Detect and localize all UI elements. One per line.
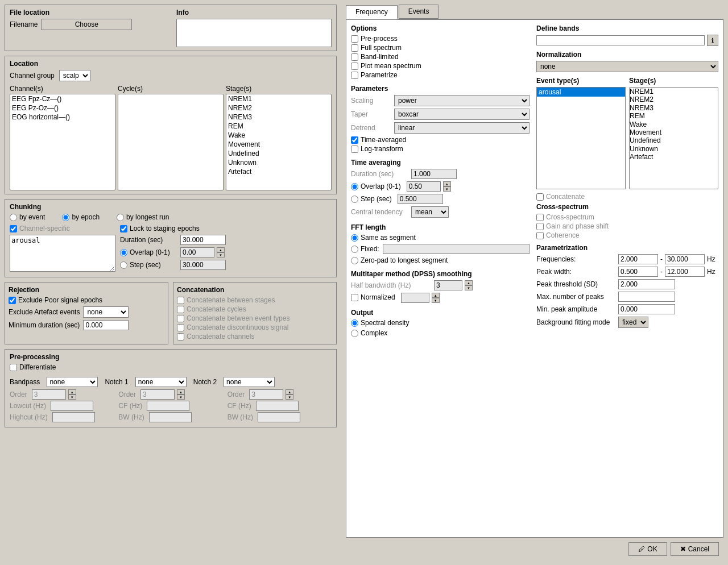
stages-right-listbox[interactable]: NREM1 NREM2 NREM3 REM Wake Movement Unde… — [629, 87, 718, 189]
info-button[interactable]: ℹ — [707, 35, 718, 46]
normalization-select[interactable]: none by mean by integral — [536, 61, 718, 72]
overlap-up-btn[interactable]: ▲ — [217, 247, 225, 252]
zero-pad-radio[interactable] — [351, 257, 358, 264]
concat-between-event-types-label[interactable]: Concatenate between event types — [177, 314, 333, 322]
normalized-down[interactable]: ▼ — [432, 298, 440, 303]
pre-process-label[interactable]: Pre-process — [351, 35, 530, 43]
fixed-input[interactable] — [383, 244, 530, 254]
highcut-input[interactable] — [52, 412, 95, 422]
spectral-density-radio-label[interactable]: Spectral density — [351, 319, 530, 327]
by-longest-run-radio-label[interactable]: by longest run — [117, 213, 169, 221]
freq-to-input[interactable] — [665, 254, 705, 264]
differentiate-label[interactable]: Differentiate — [10, 363, 56, 371]
notch1-select[interactable]: none butter — [135, 377, 187, 387]
step-radio[interactable] — [120, 261, 127, 269]
event-types-listbox[interactable]: arousal — [536, 87, 626, 189]
central-tendency-select[interactable]: mean median — [411, 206, 449, 218]
ta-step-input[interactable] — [398, 194, 443, 204]
cycles-list[interactable] — [118, 94, 224, 190]
spectral-density-radio[interactable] — [351, 319, 358, 327]
exclude-artefact-select[interactable]: none — [83, 306, 129, 318]
overlap-down-btn[interactable]: ▼ — [217, 252, 225, 257]
by-longest-run-radio[interactable] — [117, 214, 124, 221]
notch2-order-down[interactable]: ▼ — [286, 394, 293, 400]
gain-phase-check-label[interactable]: Gain and phase shift — [536, 222, 718, 230]
freq-from-input[interactable] — [618, 254, 658, 264]
by-epoch-radio[interactable] — [62, 214, 69, 221]
bands-input[interactable] — [536, 35, 705, 45]
band-limited-label[interactable]: Band-limited — [351, 53, 530, 61]
event-type-arousal[interactable]: arousal — [537, 88, 625, 97]
normalized-input[interactable] — [401, 293, 429, 303]
overlap-input[interactable] — [180, 247, 214, 257]
cancel-button[interactable]: ✖ Cancel — [671, 542, 719, 556]
bandpass-select[interactable]: none butter cheby1 — [47, 377, 98, 387]
peak-width-from-input[interactable] — [618, 267, 658, 277]
concat-between-event-types-check[interactable] — [177, 315, 184, 322]
concatenate-check[interactable] — [536, 193, 544, 201]
duration-input[interactable] — [180, 235, 226, 245]
notch1-order-up[interactable]: ▲ — [177, 389, 185, 394]
exclude-poor-check[interactable] — [9, 297, 16, 304]
same-as-segment-radio[interactable] — [351, 234, 358, 242]
ta-step-radio-label[interactable]: Step (sec) — [351, 195, 392, 203]
event-box[interactable]: arousal — [10, 235, 115, 272]
normalized-check[interactable] — [351, 294, 358, 301]
tab-frequency[interactable]: Frequency — [346, 5, 398, 19]
ta-overlap-down[interactable]: ▼ — [443, 186, 451, 192]
lowcut-input[interactable] — [51, 401, 93, 411]
concat-between-stages-label[interactable]: Concatenate between stages — [177, 296, 333, 304]
plot-mean-label[interactable]: Plot mean spectrum — [351, 62, 530, 70]
choose-button[interactable]: Choose — [41, 19, 132, 30]
normalized-label[interactable]: Normalized — [351, 293, 395, 301]
cross-spectrum-check-label[interactable]: Cross-spectrum — [536, 213, 718, 221]
coherence-check[interactable] — [536, 232, 544, 239]
step-radio-label[interactable]: Step (sec) — [120, 261, 177, 269]
channel-group-select[interactable]: scalp all — [59, 70, 90, 81]
gain-phase-check[interactable] — [536, 223, 544, 230]
detrend-select[interactable]: linear constant none — [394, 122, 530, 134]
normalized-up[interactable]: ▲ — [432, 293, 440, 298]
fixed-radio-label[interactable]: Fixed: — [351, 245, 379, 253]
complex-radio-label[interactable]: Complex — [351, 329, 530, 337]
ta-overlap-radio[interactable] — [351, 183, 358, 190]
bg-fitting-select[interactable]: fixed knee — [618, 317, 648, 328]
overlap-radio-label[interactable]: Overlap (0-1) — [120, 248, 177, 256]
differentiate-check[interactable] — [10, 364, 17, 371]
log-transform-check[interactable] — [351, 146, 358, 153]
stages-list[interactable]: NREM1 NREM2 NREM3 REM Wake Movement Unde… — [226, 94, 332, 190]
time-averaged-label[interactable]: Time-averaged — [351, 136, 530, 144]
full-spectrum-check[interactable] — [351, 44, 358, 52]
bandpass-order-input[interactable] — [32, 389, 66, 400]
notch1-order-input[interactable] — [140, 389, 175, 400]
overlap-radio[interactable] — [120, 249, 127, 256]
concat-between-stages-check[interactable] — [177, 297, 184, 304]
complex-radio[interactable] — [351, 330, 358, 337]
notch1-cf-input[interactable] — [147, 401, 189, 411]
ta-overlap-radio-label[interactable]: Overlap (0-1) — [351, 182, 401, 190]
plot-mean-check[interactable] — [351, 63, 358, 70]
cross-spectrum-check[interactable] — [536, 214, 544, 221]
min-peak-amp-input[interactable] — [618, 304, 675, 314]
half-bandwidth-down[interactable]: ▼ — [465, 285, 473, 290]
ta-duration-input[interactable] — [411, 169, 457, 179]
notch2-select[interactable]: none butter — [224, 377, 275, 387]
ok-button[interactable]: 🖊 OK — [628, 542, 667, 556]
same-as-segment-radio-label[interactable]: Same as segment — [351, 234, 416, 242]
half-bandwidth-input[interactable] — [434, 280, 462, 290]
channels-list[interactable]: EEG Fpz-Cz—() EEG Pz-Oz—() EOG horizonta… — [10, 94, 115, 190]
taper-select[interactable]: boxcar hanning hamming — [394, 109, 530, 120]
time-averaged-check[interactable] — [351, 136, 358, 144]
bandpass-order-down[interactable]: ▼ — [68, 394, 76, 400]
notch2-order-up[interactable]: ▲ — [286, 389, 293, 394]
peak-width-to-input[interactable] — [665, 267, 705, 277]
min-duration-input[interactable] — [83, 320, 129, 330]
step-input[interactable] — [180, 260, 226, 270]
notch1-order-down[interactable]: ▼ — [177, 394, 185, 400]
band-limited-check[interactable] — [351, 53, 358, 61]
parametrize-label[interactable]: Parametrize — [351, 71, 530, 79]
full-spectrum-label[interactable]: Full spectrum — [351, 44, 530, 52]
peak-threshold-input[interactable] — [618, 279, 675, 289]
ta-step-radio[interactable] — [351, 196, 358, 203]
log-transform-label[interactable]: Log-transform — [351, 145, 530, 153]
